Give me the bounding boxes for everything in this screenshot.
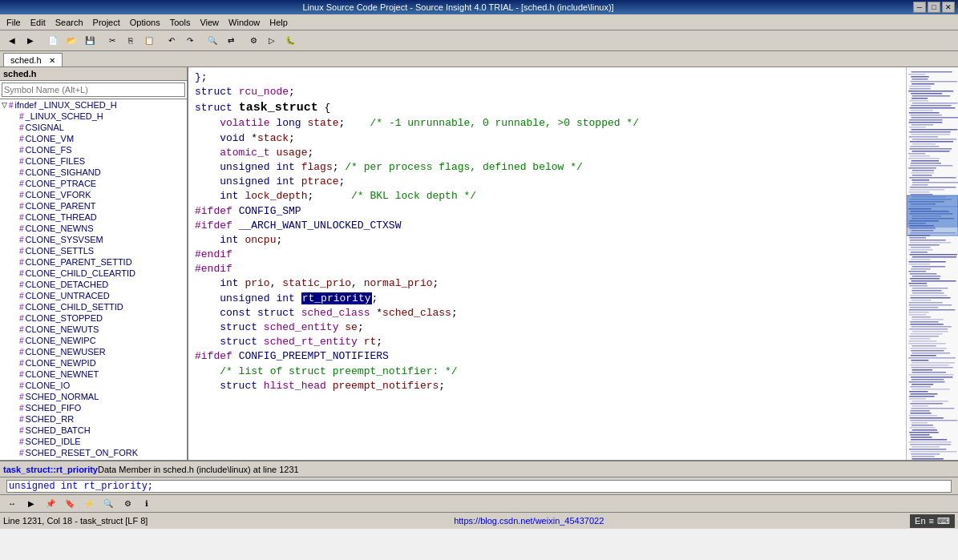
menu-item-search[interactable]: Search xyxy=(51,16,88,29)
symbol-item[interactable]: #SCHED_BATCH xyxy=(0,425,187,436)
symbol-item[interactable]: #CLONE_NEWUTS xyxy=(0,324,187,335)
minimize-button[interactable]: ─ xyxy=(913,2,926,13)
symbol-item[interactable]: #CLONE_THREAD xyxy=(0,212,187,223)
menu-item-edit[interactable]: Edit xyxy=(26,16,51,29)
tb2-btn3[interactable]: 📌 xyxy=(42,496,59,512)
code-line: }; xyxy=(195,71,899,85)
symbol-item[interactable]: #SCHED_IDLE xyxy=(0,436,187,447)
tb2-search[interactable]: 🔍 xyxy=(99,496,117,512)
symbol-item[interactable]: #CLONE_CHILD_CLEARTID xyxy=(0,268,187,279)
symbol-item[interactable]: #CLONE_NEWUSER xyxy=(0,346,187,357)
menu-item-help[interactable]: Help xyxy=(265,16,293,29)
tb2-info[interactable]: ℹ xyxy=(138,496,156,512)
tb2-btn5[interactable]: ⚡ xyxy=(80,496,98,512)
hash-icon: # xyxy=(19,314,24,323)
code-line: atomic_t usage; xyxy=(195,146,899,160)
symbol-item[interactable]: #CLONE_DETACHED xyxy=(0,279,187,290)
hash-icon: # xyxy=(19,112,24,121)
symbol-label: CLONE_PARENT_SETTID xyxy=(26,257,132,267)
symbol-item[interactable]: #CLONE_VFORK xyxy=(0,189,187,200)
tb2-btn1[interactable]: ↔ xyxy=(3,496,21,512)
symbol-label: CLONE_PARENT xyxy=(26,201,96,211)
tb-new[interactable]: 📄 xyxy=(44,33,62,49)
tb-run[interactable]: ▷ xyxy=(263,33,281,49)
tb-back[interactable]: ◀ xyxy=(3,33,21,49)
code-line: struct rcu_node; xyxy=(195,85,899,99)
file-tab[interactable]: sched.h ✕ xyxy=(3,53,63,66)
menu-item-view[interactable]: View xyxy=(195,16,224,29)
symbol-item[interactable]: #CSIGNAL xyxy=(0,122,187,133)
symbol-item[interactable]: #_LINUX_SCHED_H xyxy=(0,111,187,122)
menu-item-project[interactable]: Project xyxy=(88,16,125,29)
symbol-item[interactable]: #CLONE_CHILD_SETTID xyxy=(0,301,187,312)
menu-item-file[interactable]: File xyxy=(2,16,26,29)
symbol-item[interactable]: #SCHED_RR xyxy=(0,413,187,425)
code-panel[interactable]: };struct rcu_node;struct task_struct { v… xyxy=(188,67,906,460)
title-controls[interactable]: ─ □ ✕ xyxy=(913,2,955,13)
symbol-item[interactable]: #CLONE_SYSVSEM xyxy=(0,234,187,245)
minimap-canvas xyxy=(907,67,958,460)
tb-undo[interactable]: ↶ xyxy=(163,33,180,49)
tb2-btn4[interactable]: 🔖 xyxy=(61,496,79,512)
symbol-item[interactable]: #CLONE_PARENT_SETTID xyxy=(0,256,187,268)
tab-close[interactable]: ✕ xyxy=(49,56,55,65)
tb-redo[interactable]: ↷ xyxy=(181,33,199,49)
menu-item-tools[interactable]: Tools xyxy=(165,16,196,29)
tb-open[interactable]: 📂 xyxy=(63,33,80,49)
close-button[interactable]: ✕ xyxy=(942,2,955,13)
symbol-item[interactable]: ▷#ifdef _KERNEL__ xyxy=(0,458,187,460)
symbol-search-input[interactable] xyxy=(2,83,185,97)
expand-icon[interactable]: ▽ xyxy=(2,101,7,109)
tb-save[interactable]: 💾 xyxy=(81,33,99,49)
symbol-item[interactable]: #CLONE_STOPPED xyxy=(0,312,187,324)
symbol-item[interactable]: #CLONE_UNTRACED xyxy=(0,290,187,301)
left-panel: sched.h ▽#ifndef _LINUX_SCHED_H#_LINUX_S… xyxy=(0,67,188,460)
tb-cut[interactable]: ✂ xyxy=(103,33,121,49)
bottom-area: task_struct::rt_priority Data Member in … xyxy=(0,460,958,529)
hash-icon: # xyxy=(19,336,24,345)
symbol-label: CLONE_DETACHED xyxy=(26,280,109,289)
hash-icon: # xyxy=(19,393,24,401)
tb-search[interactable]: 🔍 xyxy=(204,33,221,49)
symbol-item[interactable]: #CLONE_IO xyxy=(0,380,187,391)
symbol-item[interactable]: #CLONE_FILES xyxy=(0,155,187,167)
tb-copy[interactable]: ⎘ xyxy=(122,33,139,49)
lang-indicator: En ≡ ⌨ xyxy=(910,514,955,528)
tb-debug[interactable]: 🐛 xyxy=(281,33,299,49)
symbol-item[interactable]: #CLONE_NEWNS xyxy=(0,223,187,234)
code-input-field[interactable] xyxy=(6,480,952,493)
symbol-item[interactable]: #SCHED_FIFO xyxy=(0,402,187,413)
symbol-item[interactable]: #CLONE_NEWPID xyxy=(0,357,187,369)
symbol-item[interactable]: #SCHED_NORMAL xyxy=(0,391,187,402)
symbol-item[interactable]: #SCHED_RESET_ON_FORK xyxy=(0,447,187,458)
tb2-cfg[interactable]: ⚙ xyxy=(119,496,136,512)
hash-icon: # xyxy=(19,135,24,143)
tb-paste[interactable]: 📋 xyxy=(140,33,158,49)
symbol-label: CLONE_SETTLS xyxy=(26,246,95,256)
symbol-item[interactable]: #CLONE_FS xyxy=(0,144,187,155)
code-line: int oncpu; xyxy=(195,233,899,248)
symbol-item[interactable]: #CLONE_SIGHAND xyxy=(0,167,187,178)
symbol-info-detail: Data Member in sched.h (include\linux) a… xyxy=(98,465,299,474)
symbol-item[interactable]: #CLONE_NEWIPC xyxy=(0,335,187,346)
menu-item-window[interactable]: Window xyxy=(224,16,265,29)
tb2-btn2[interactable]: ▶ xyxy=(22,496,40,512)
symbol-item[interactable]: #CLONE_VM xyxy=(0,133,187,144)
symbol-item[interactable]: #CLONE_SETTLS xyxy=(0,245,187,256)
symbol-item[interactable]: ▽#ifndef _LINUX_SCHED_H xyxy=(0,99,187,111)
menu-item-options[interactable]: Options xyxy=(125,16,165,29)
minimap-highlight xyxy=(907,195,958,228)
symbol-item[interactable]: #CLONE_NEWNET xyxy=(0,369,187,380)
tb-replace[interactable]: ⇄ xyxy=(222,33,240,49)
code-line: void *stack; xyxy=(195,131,899,146)
symbol-item[interactable]: #CLONE_PTRACE xyxy=(0,178,187,189)
symbol-list[interactable]: ▽#ifndef _LINUX_SCHED_H#_LINUX_SCHED_H#C… xyxy=(0,99,187,460)
restore-button[interactable]: □ xyxy=(928,2,940,13)
tb-build[interactable]: ⚙ xyxy=(245,33,262,49)
symbol-label: CLONE_CHILD_CLEARTID xyxy=(26,268,135,278)
symbol-label: CLONE_NEWUSER xyxy=(26,347,106,357)
symbol-info-name: task_struct::rt_priority xyxy=(3,465,98,474)
tb-forward[interactable]: ▶ xyxy=(22,33,39,49)
symbol-item[interactable]: #CLONE_PARENT xyxy=(0,200,187,212)
symbol-label: CLONE_NEWIPC xyxy=(26,336,96,345)
